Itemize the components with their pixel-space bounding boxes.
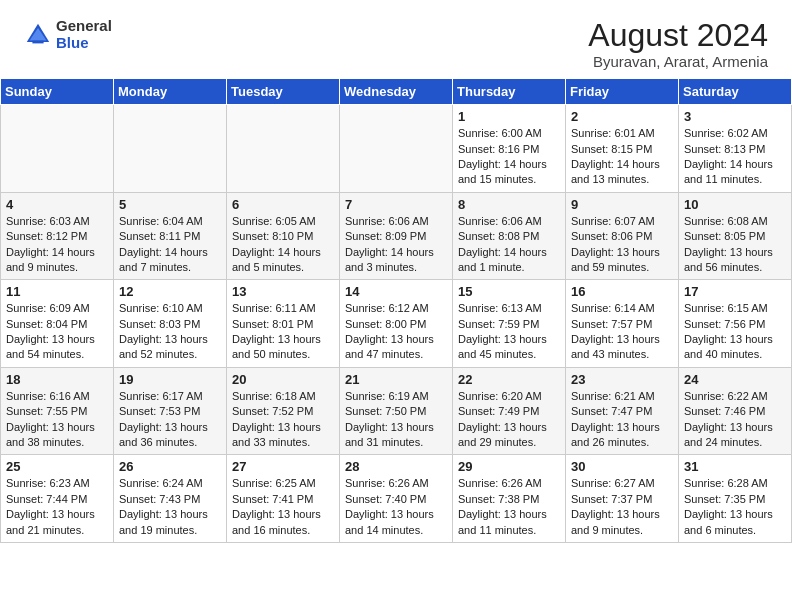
calendar-cell: 19Sunrise: 6:17 AMSunset: 7:53 PMDayligh… <box>114 367 227 455</box>
cell-content: Sunrise: 6:26 AMSunset: 7:38 PMDaylight:… <box>458 476 560 538</box>
cell-content: Sunrise: 6:17 AMSunset: 7:53 PMDaylight:… <box>119 389 221 451</box>
calendar-cell: 16Sunrise: 6:14 AMSunset: 7:57 PMDayligh… <box>566 280 679 368</box>
cell-content: Sunrise: 6:25 AMSunset: 7:41 PMDaylight:… <box>232 476 334 538</box>
calendar-cell: 7Sunrise: 6:06 AMSunset: 8:09 PMDaylight… <box>340 192 453 280</box>
day-number: 9 <box>571 197 673 212</box>
day-header-friday: Friday <box>566 79 679 105</box>
cell-content: Sunrise: 6:24 AMSunset: 7:43 PMDaylight:… <box>119 476 221 538</box>
day-number: 30 <box>571 459 673 474</box>
day-number: 28 <box>345 459 447 474</box>
cell-content: Sunrise: 6:19 AMSunset: 7:50 PMDaylight:… <box>345 389 447 451</box>
calendar-cell: 22Sunrise: 6:20 AMSunset: 7:49 PMDayligh… <box>453 367 566 455</box>
cell-content: Sunrise: 6:20 AMSunset: 7:49 PMDaylight:… <box>458 389 560 451</box>
cell-content: Sunrise: 6:06 AMSunset: 8:08 PMDaylight:… <box>458 214 560 276</box>
day-number: 23 <box>571 372 673 387</box>
calendar-cell: 31Sunrise: 6:28 AMSunset: 7:35 PMDayligh… <box>679 455 792 543</box>
calendar-cell: 27Sunrise: 6:25 AMSunset: 7:41 PMDayligh… <box>227 455 340 543</box>
day-number: 16 <box>571 284 673 299</box>
day-number: 22 <box>458 372 560 387</box>
title-area: August 2024 Byuravan, Ararat, Armenia <box>588 18 768 70</box>
day-number: 24 <box>684 372 786 387</box>
cell-content: Sunrise: 6:22 AMSunset: 7:46 PMDaylight:… <box>684 389 786 451</box>
day-number: 5 <box>119 197 221 212</box>
day-number: 14 <box>345 284 447 299</box>
day-number: 17 <box>684 284 786 299</box>
day-header-saturday: Saturday <box>679 79 792 105</box>
calendar-cell: 26Sunrise: 6:24 AMSunset: 7:43 PMDayligh… <box>114 455 227 543</box>
calendar-week-4: 18Sunrise: 6:16 AMSunset: 7:55 PMDayligh… <box>1 367 792 455</box>
cell-content: Sunrise: 6:03 AMSunset: 8:12 PMDaylight:… <box>6 214 108 276</box>
cell-content: Sunrise: 6:08 AMSunset: 8:05 PMDaylight:… <box>684 214 786 276</box>
svg-rect-2 <box>32 40 43 43</box>
calendar-cell: 9Sunrise: 6:07 AMSunset: 8:06 PMDaylight… <box>566 192 679 280</box>
cell-content: Sunrise: 6:11 AMSunset: 8:01 PMDaylight:… <box>232 301 334 363</box>
day-header-tuesday: Tuesday <box>227 79 340 105</box>
logo-text: General Blue <box>56 18 112 51</box>
day-number: 25 <box>6 459 108 474</box>
day-number: 12 <box>119 284 221 299</box>
cell-content: Sunrise: 6:26 AMSunset: 7:40 PMDaylight:… <box>345 476 447 538</box>
calendar-cell: 5Sunrise: 6:04 AMSunset: 8:11 PMDaylight… <box>114 192 227 280</box>
day-number: 27 <box>232 459 334 474</box>
day-number: 18 <box>6 372 108 387</box>
day-number: 19 <box>119 372 221 387</box>
calendar-week-5: 25Sunrise: 6:23 AMSunset: 7:44 PMDayligh… <box>1 455 792 543</box>
calendar-cell <box>340 105 453 193</box>
day-number: 31 <box>684 459 786 474</box>
day-number: 3 <box>684 109 786 124</box>
calendar-cell: 20Sunrise: 6:18 AMSunset: 7:52 PMDayligh… <box>227 367 340 455</box>
calendar-cell: 17Sunrise: 6:15 AMSunset: 7:56 PMDayligh… <box>679 280 792 368</box>
cell-content: Sunrise: 6:12 AMSunset: 8:00 PMDaylight:… <box>345 301 447 363</box>
day-number: 13 <box>232 284 334 299</box>
calendar-cell: 15Sunrise: 6:13 AMSunset: 7:59 PMDayligh… <box>453 280 566 368</box>
cell-content: Sunrise: 6:28 AMSunset: 7:35 PMDaylight:… <box>684 476 786 538</box>
calendar-cell <box>114 105 227 193</box>
calendar-cell <box>227 105 340 193</box>
logo-blue: Blue <box>56 34 89 51</box>
calendar-week-1: 1Sunrise: 6:00 AMSunset: 8:16 PMDaylight… <box>1 105 792 193</box>
cell-content: Sunrise: 6:06 AMSunset: 8:09 PMDaylight:… <box>345 214 447 276</box>
cell-content: Sunrise: 6:14 AMSunset: 7:57 PMDaylight:… <box>571 301 673 363</box>
calendar-cell: 13Sunrise: 6:11 AMSunset: 8:01 PMDayligh… <box>227 280 340 368</box>
day-number: 15 <box>458 284 560 299</box>
calendar-cell: 18Sunrise: 6:16 AMSunset: 7:55 PMDayligh… <box>1 367 114 455</box>
cell-content: Sunrise: 6:23 AMSunset: 7:44 PMDaylight:… <box>6 476 108 538</box>
cell-content: Sunrise: 6:07 AMSunset: 8:06 PMDaylight:… <box>571 214 673 276</box>
calendar-cell: 29Sunrise: 6:26 AMSunset: 7:38 PMDayligh… <box>453 455 566 543</box>
cell-content: Sunrise: 6:16 AMSunset: 7:55 PMDaylight:… <box>6 389 108 451</box>
day-number: 2 <box>571 109 673 124</box>
cell-content: Sunrise: 6:13 AMSunset: 7:59 PMDaylight:… <box>458 301 560 363</box>
calendar-cell: 21Sunrise: 6:19 AMSunset: 7:50 PMDayligh… <box>340 367 453 455</box>
logo-general: General <box>56 17 112 34</box>
calendar-cell: 14Sunrise: 6:12 AMSunset: 8:00 PMDayligh… <box>340 280 453 368</box>
logo: General Blue <box>24 18 112 51</box>
calendar-cell: 3Sunrise: 6:02 AMSunset: 8:13 PMDaylight… <box>679 105 792 193</box>
calendar-cell: 12Sunrise: 6:10 AMSunset: 8:03 PMDayligh… <box>114 280 227 368</box>
page-header: General Blue August 2024 Byuravan, Arara… <box>0 0 792 78</box>
calendar-week-2: 4Sunrise: 6:03 AMSunset: 8:12 PMDaylight… <box>1 192 792 280</box>
day-number: 29 <box>458 459 560 474</box>
calendar-cell: 24Sunrise: 6:22 AMSunset: 7:46 PMDayligh… <box>679 367 792 455</box>
page-title: August 2024 <box>588 18 768 53</box>
calendar-table: SundayMondayTuesdayWednesdayThursdayFrid… <box>0 78 792 543</box>
cell-content: Sunrise: 6:10 AMSunset: 8:03 PMDaylight:… <box>119 301 221 363</box>
calendar-cell: 6Sunrise: 6:05 AMSunset: 8:10 PMDaylight… <box>227 192 340 280</box>
cell-content: Sunrise: 6:04 AMSunset: 8:11 PMDaylight:… <box>119 214 221 276</box>
day-number: 26 <box>119 459 221 474</box>
calendar-cell: 28Sunrise: 6:26 AMSunset: 7:40 PMDayligh… <box>340 455 453 543</box>
calendar-cell: 11Sunrise: 6:09 AMSunset: 8:04 PMDayligh… <box>1 280 114 368</box>
calendar-cell: 8Sunrise: 6:06 AMSunset: 8:08 PMDaylight… <box>453 192 566 280</box>
day-number: 20 <box>232 372 334 387</box>
day-number: 7 <box>345 197 447 212</box>
calendar-cell: 25Sunrise: 6:23 AMSunset: 7:44 PMDayligh… <box>1 455 114 543</box>
cell-content: Sunrise: 6:27 AMSunset: 7:37 PMDaylight:… <box>571 476 673 538</box>
cell-content: Sunrise: 6:05 AMSunset: 8:10 PMDaylight:… <box>232 214 334 276</box>
cell-content: Sunrise: 6:21 AMSunset: 7:47 PMDaylight:… <box>571 389 673 451</box>
day-header-monday: Monday <box>114 79 227 105</box>
cell-content: Sunrise: 6:15 AMSunset: 7:56 PMDaylight:… <box>684 301 786 363</box>
calendar-cell: 10Sunrise: 6:08 AMSunset: 8:05 PMDayligh… <box>679 192 792 280</box>
calendar-cell: 4Sunrise: 6:03 AMSunset: 8:12 PMDaylight… <box>1 192 114 280</box>
cell-content: Sunrise: 6:18 AMSunset: 7:52 PMDaylight:… <box>232 389 334 451</box>
calendar-header-row: SundayMondayTuesdayWednesdayThursdayFrid… <box>1 79 792 105</box>
day-header-sunday: Sunday <box>1 79 114 105</box>
